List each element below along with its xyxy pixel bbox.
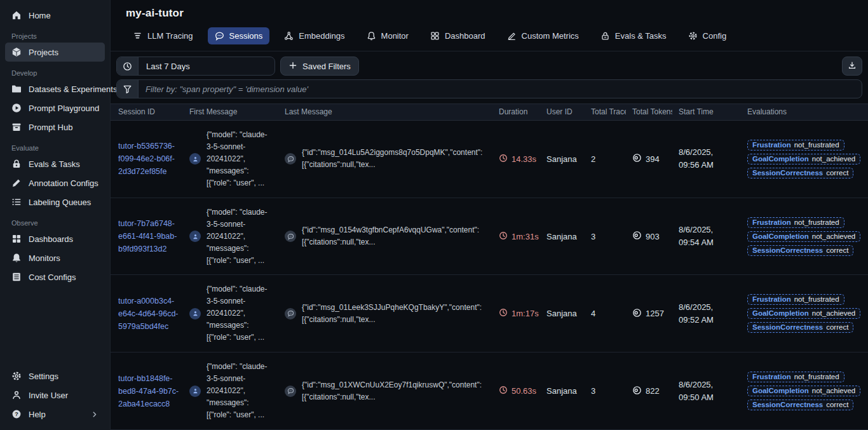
evaluation-badge[interactable]: GoalCompletionnot_achieved xyxy=(747,231,860,242)
start-date: 8/6/2025, xyxy=(679,301,741,314)
evaluation-badge[interactable]: Frustrationnot_frustrated xyxy=(747,140,844,151)
tab-llm-tracing[interactable]: LLM Tracing xyxy=(126,27,200,44)
total-traces-cell: 2 xyxy=(585,154,626,164)
evaluation-badge[interactable]: GoalCompletionnot_achieved xyxy=(747,386,860,396)
sidebar-item-prompt-hub[interactable]: Prompt Hub xyxy=(5,118,105,137)
evaluation-badge[interactable]: Frustrationnot_frustrated xyxy=(747,372,844,382)
duration-cell: 14.33s xyxy=(492,154,540,165)
sidebar-item-projects[interactable]: Projects xyxy=(5,43,105,62)
sidebar-item-prompt-playground[interactable]: Prompt Playground xyxy=(5,98,105,118)
sidebar-item-label: Datasets & Experiments xyxy=(29,84,117,94)
filter-input[interactable] xyxy=(139,84,862,94)
sidebar-item-label: Evals & Tasks xyxy=(29,159,80,169)
column-header-session-id[interactable]: Session ID xyxy=(111,107,182,116)
session-id-link[interactable]: tutor-7b7a6748-e661-4f41-9bab-b9fd993f13… xyxy=(118,217,180,255)
evaluation-badge[interactable]: SessionCorrectnesscorrect xyxy=(747,322,853,333)
folder-icon xyxy=(11,84,22,94)
column-header-evaluations[interactable]: Evaluations xyxy=(741,107,868,116)
session-id-link[interactable]: tutor-bb1848fe-bed8-47a4-9b7c-2aba41ecac… xyxy=(118,372,180,410)
last-message-cell: {"id":"msg_01Leek3SJJuPqheKQgTbakyY","co… xyxy=(277,302,492,326)
tab-monitor[interactable]: Monitor xyxy=(360,27,416,44)
main-content: my-ai-tutor LLM Tracing Sessions Embeddi… xyxy=(111,0,868,430)
tab-evals-tasks[interactable]: Evals & Tasks xyxy=(593,27,674,44)
column-header-duration[interactable]: Duration xyxy=(492,107,540,116)
assistant-message-icon xyxy=(285,153,296,165)
evaluation-name: SessionCorrectness xyxy=(752,401,823,408)
column-header-start-time[interactable]: Start Time xyxy=(672,107,741,116)
evaluation-badge[interactable]: SessionCorrectnesscorrect xyxy=(747,168,853,178)
sidebar-item-annotation-configs[interactable]: Annotation Configs xyxy=(5,173,105,192)
duration-cell: 50.63s xyxy=(492,386,540,396)
total-tokens-value: 822 xyxy=(646,386,660,396)
first-message-cell: {"model": "claude-3-5-sonnet-20241022", … xyxy=(182,206,277,267)
tab-label: Monitor xyxy=(381,31,409,41)
clock-icon xyxy=(117,57,139,75)
start-time-cell: 8/6/2025, 09:56 AM xyxy=(672,146,741,171)
sidebar-item-label: Invite User xyxy=(29,391,68,400)
first-message-text: {"model": "claude-3-5-sonnet-20241022", … xyxy=(207,361,268,421)
sidebar-item-monitors[interactable]: Monitors xyxy=(5,248,105,267)
tab-config[interactable]: Config xyxy=(681,27,734,44)
sidebar-item-label: Prompt Playground xyxy=(29,104,99,113)
sidebar-item-settings[interactable]: Settings xyxy=(5,366,105,386)
column-header-total-traces[interactable]: Total Traces xyxy=(585,107,626,116)
sidebar-item-help[interactable]: ? Help xyxy=(5,405,105,424)
table-row[interactable]: tutor-b5365736-f099-46e2-b06f-2d3d72ef85… xyxy=(111,121,868,198)
session-id-link[interactable]: tutor-a000b3c4-e64c-4d64-96cd-5979a5bd4f… xyxy=(118,295,180,333)
play-circle-icon xyxy=(11,103,22,113)
sidebar-item-dashboards[interactable]: Dashboards xyxy=(5,229,105,248)
ledger-icon xyxy=(11,272,22,282)
tab-embeddings[interactable]: Embeddings xyxy=(277,27,351,44)
evaluation-badge[interactable]: SessionCorrectnesscorrect xyxy=(747,245,853,256)
tab-dashboard[interactable]: Dashboard xyxy=(423,27,492,44)
pencil-icon xyxy=(507,31,517,41)
tab-label: Evals & Tasks xyxy=(615,31,667,41)
column-header-first-message[interactable]: First Message xyxy=(182,107,277,116)
saved-filters-button[interactable]: Saved Filters xyxy=(280,57,359,76)
sidebar-item-home[interactable]: Home xyxy=(5,6,105,25)
evaluation-name: GoalCompletion xyxy=(752,155,809,163)
token-icon xyxy=(632,153,642,165)
evaluation-badge[interactable]: GoalCompletionnot_achieved xyxy=(747,308,860,319)
column-header-total-tokens[interactable]: Total Tokens xyxy=(626,107,672,116)
last-message-cell: {"id":"msg_0154w3tgfbnCepfA6vqqUGwa","co… xyxy=(277,224,492,248)
tab-label: Dashboard xyxy=(445,31,485,41)
sidebar-item-labeling-queues[interactable]: Labeling Queues xyxy=(5,192,105,212)
table-row[interactable]: tutor-7b7a6748-e661-4f41-9bab-b9fd993f13… xyxy=(111,198,868,276)
app-root: Home Projects Projects Develop Datasets … xyxy=(0,0,868,430)
evaluation-badge[interactable]: Frustrationnot_frustrated xyxy=(747,217,844,228)
download-button[interactable] xyxy=(842,57,862,76)
first-message-text: {"model": "claude-3-5-sonnet-20241022", … xyxy=(207,283,268,344)
start-time: 09:50 AM xyxy=(679,391,741,404)
table-row[interactable]: tutor-a000b3c4-e64c-4d64-96cd-5979a5bd4f… xyxy=(111,275,868,353)
evaluation-badge[interactable]: GoalCompletionnot_achieved xyxy=(747,154,860,165)
tab-bar: LLM Tracing Sessions Embeddings Monitor … xyxy=(126,27,853,51)
column-header-user-id[interactable]: User ID xyxy=(540,107,585,116)
sidebar-item-datasets[interactable]: Datasets & Experiments xyxy=(5,79,105,98)
sidebar-item-invite-user[interactable]: Invite User xyxy=(5,386,105,405)
sidebar-bottom-group: Settings Invite User ? Help xyxy=(5,366,105,424)
sidebar-item-evals-tasks[interactable]: Evals & Tasks xyxy=(5,154,105,173)
evaluation-badge[interactable]: Frustrationnot_frustrated xyxy=(747,294,844,305)
table-row[interactable]: tutor-bb1848fe-bed8-47a4-9b7c-2aba41ecac… xyxy=(111,353,868,430)
last-message-cell: {"id":"msg_014Lu5A2iggoms8q7o5DpqMK","co… xyxy=(277,147,492,171)
time-range-select[interactable]: Last 7 Days xyxy=(116,57,275,76)
sidebar-item-cost-configs[interactable]: Cost Configs xyxy=(5,267,105,286)
user-message-icon xyxy=(189,386,201,397)
sidebar-section-projects: Projects xyxy=(5,25,105,43)
evaluations-cell: Frustrationnot_frustrated GoalCompletion… xyxy=(741,217,868,256)
tab-label: Sessions xyxy=(229,31,263,41)
first-message-cell: {"model": "claude-3-5-sonnet-20241022", … xyxy=(182,129,277,189)
last-message-text: {"id":"msg_0154w3tgfbnCepfA6vqqUGwa","co… xyxy=(302,224,488,248)
column-header-last-message[interactable]: Last Message xyxy=(277,107,492,116)
duration-cell: 1m:31s xyxy=(492,231,540,242)
tab-custom-metrics[interactable]: Custom Metrics xyxy=(500,27,586,44)
session-id-link[interactable]: tutor-b5365736-f099-46e2-b06f-2d3d72ef85… xyxy=(118,140,180,178)
clock-icon xyxy=(499,386,508,396)
evaluation-badge[interactable]: SessionCorrectnesscorrect xyxy=(747,400,853,410)
sidebar: Home Projects Projects Develop Datasets … xyxy=(0,0,111,430)
sidebar-item-label: Settings xyxy=(29,372,58,381)
clock-icon xyxy=(499,231,508,242)
last-message-cell: {"id":"msg_01XWCnUuX2Eoy7f1qikruswQ","co… xyxy=(277,379,492,403)
tab-sessions[interactable]: Sessions xyxy=(208,27,270,44)
